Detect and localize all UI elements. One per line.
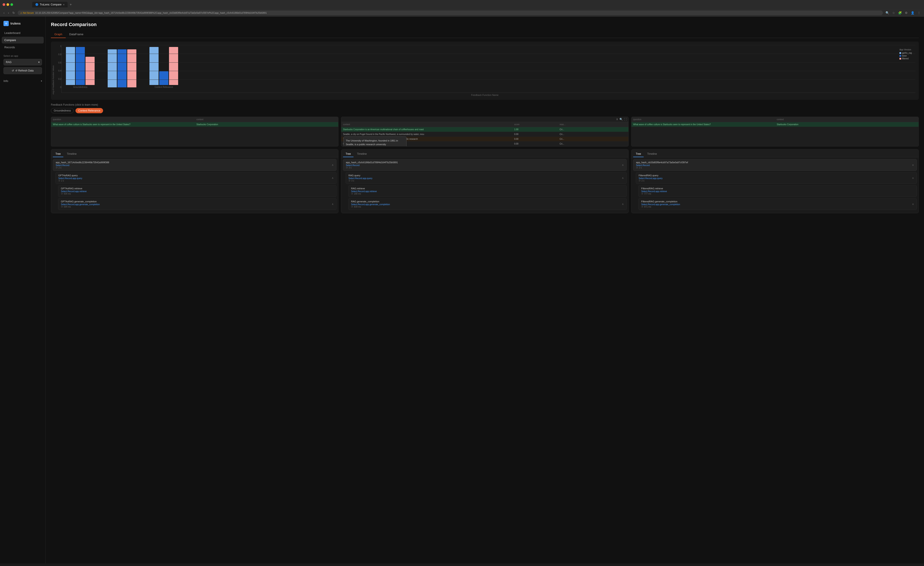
tab-dataframe[interactable]: DataFrame [66,31,87,38]
settings-icon[interactable]: ⚙ [904,10,909,15]
tree-content-2: app_hash_c5cfc6186b01d789f4d164f7b25b589… [341,157,628,213]
tree-panels: Tree Timeline app_hash_16714c6ed8c223644… [51,149,919,213]
td-score-1: 1.00 [513,127,558,132]
expand-icon[interactable]: ∧ [912,163,914,166]
tree-child-1-generate[interactable]: GPT4oRAG.generate_completion Select.Reco… [58,198,336,210]
chevron-down-icon: ▾ [41,80,42,82]
url-text: 10.10.225.250:62085/Compare?app_name=RAG… [35,12,267,14]
pill-context-relevance[interactable]: Context Relevance [75,108,103,113]
expand-icon[interactable]: ⛶ [624,118,627,121]
tree-tab-3-timeline[interactable]: Timeline [645,151,660,157]
td-reason-1: Cri... [558,127,628,132]
url-bar[interactable]: ⚠ Not Secure 10.10.225.250:62085/Compare… [18,10,883,15]
refresh-data-button[interactable]: ↺ ↺ Refresh Data [3,67,42,74]
close-button[interactable] [3,3,5,6]
profile-icon[interactable]: 👤 [910,10,915,15]
legend-item-base: base [899,55,912,57]
bar-filtered-groundedness [86,57,94,85]
sidebar-item-leaderboard[interactable]: Leaderboard [2,30,44,36]
tree-content-1: app_hash_16714c6ed8c2236449b73542a999f38… [51,157,338,213]
maximize-button[interactable] [10,3,13,6]
middle-table-header: context score reas... [341,122,628,127]
tree-tab-1-timeline[interactable]: Timeline [64,151,79,157]
info-toggle-button[interactable]: Info ▾ [0,78,45,84]
extensions-icon[interactable]: 🧩 [897,10,903,15]
tree-child-3-retrieve[interactable]: FilteredRAG.retrieve Select.Record.app.r… [638,185,917,197]
tree-child-2-retrieve[interactable]: RAG.retrieve Select.Record.app.retrieve … [348,185,627,197]
not-secure-label: Not Secure [23,12,34,14]
tree-tab-3-tree[interactable]: Tree [633,151,644,157]
app-select-dropdown[interactable]: RAG ▾ [3,59,42,66]
tree-tab-2-tree[interactable]: Tree [343,151,354,157]
tree-child-2-query[interactable]: RAG.query Select.Record.app.query ⏱ 3 s … [346,172,627,184]
minimize-button[interactable] [6,3,9,6]
tree-node-1-hash[interactable]: app_hash_16714c6ed8c2236449b73542a999f38… [53,159,336,171]
pill-groundedness[interactable]: Groundedness [51,108,74,113]
browser-chrome: 🔵 TruLens: Compare ✕ + ‹ › ↻ ⚠ Not Secur… [0,0,924,16]
expand-icon[interactable]: ∧ [622,163,624,166]
expand-icon[interactable]: ∧ [332,177,334,180]
left-question-table: question context What wave of coffee cul… [51,117,339,147]
active-tab[interactable]: 🔵 TruLens: Compare ✕ [32,2,68,7]
new-tab-button[interactable]: + [68,2,74,7]
chart-legend: App Version gpt4o_rag base filtered [899,48,912,60]
tree-tab-2-timeline[interactable]: Timeline [354,151,369,157]
tree-child-1-query[interactable]: GPT4oRAG.query Select.Record.app.query ⏱… [56,172,336,184]
tree-node-2-hash[interactable]: app_hash_c5cfc6186b01d789f4d164f7b25b589… [343,159,627,171]
sidebar-item-records[interactable]: Records [2,44,44,51]
td-question-right: What wave of coffee culture is Starbucks… [632,122,775,127]
td-score-3: 0.00 [513,137,558,141]
feedback-functions-title: Feedback Functions (click to learn more) [51,103,919,106]
tab-graph[interactable]: Graph [51,31,66,38]
context-tooltip: The University of Washington, founded in… [344,136,406,147]
table-row[interactable]: What wave of coffee culture is Starbucks… [632,122,918,127]
th-context: context [341,122,513,127]
warning-icon: ⚠ [20,12,22,14]
tree-child-2-generate[interactable]: RAG.generate_completion Select.Record.ap… [348,198,627,210]
th-context-right: context [775,117,918,122]
select-app-label: Select an app [3,55,42,57]
tree-child-3-generate[interactable]: FilteredRAG.generate_completion Select.R… [638,198,917,210]
search-icon[interactable]: 🔍 [620,118,623,121]
table-row-2[interactable]: Seattle, a city on Puget Sound in the Pa… [341,132,628,137]
bar-base-middle [117,49,127,87]
expand-icon[interactable]: ∧ [912,177,914,180]
expand-icon[interactable]: ∧ [332,202,334,206]
sidebar-logo: tl trulens [0,19,45,30]
tooltip-text: The University of Washington, founded in… [346,139,404,147]
tree-content-3: app_hash_cb33d83f9e4cb97a73a5e0a97cf397e… [632,157,918,213]
expand-icon[interactable]: ∧ [622,202,624,206]
expand-icon[interactable]: ∧ [622,177,624,180]
table-action-bar: ⬇ 🔍 ⛶ [341,117,628,122]
tree-tabs-1: Tree Timeline [51,149,338,157]
tab-label: TruLens: Compare [40,3,62,6]
back-button[interactable]: ‹ [3,10,6,15]
bar-group-context-relevance: Context Relevance [149,47,178,88]
th-question: question [51,117,195,122]
reload-button[interactable]: ↻ [12,10,16,15]
forward-button[interactable]: › [7,10,10,15]
tree-child-1-retrieve[interactable]: GPT4oRAG.retrieve Select.Record.app.retr… [58,185,336,197]
tree-node-3-hash[interactable]: app_hash_cb33d83f9e4cb97a73a5e0a97cf397e… [633,159,917,171]
middle-context-table: ⬇ 🔍 ⛶ context score reas... Starbucks Co… [341,117,628,147]
refresh-icon: ↺ [12,69,14,72]
bar-gpt4o-groundedness [66,47,75,85]
tree-child-3-query[interactable]: FilteredRAG.query Select.Record.app.quer… [636,172,917,184]
table-row[interactable]: What wave of coffee culture is Starbucks… [51,122,338,127]
expand-icon[interactable]: ∧ [912,202,914,206]
search-icon[interactable]: 🔍 [885,10,890,15]
info-label: Info [3,79,8,82]
tab-close-icon[interactable]: ✕ [63,3,64,6]
sidebar-item-compare[interactable]: Compare [2,37,44,43]
tree-tab-1-tree[interactable]: Tree [53,151,63,157]
table-row-1[interactable]: Starbucks Corporation is an American mul… [341,127,628,132]
expand-icon[interactable]: ∧ [332,163,334,166]
download-icon[interactable]: ⬇ [616,118,618,121]
bookmark-icon[interactable]: ☆ [891,10,896,15]
th-reason: reas... [558,122,628,127]
tree-panel-2: Tree Timeline app_hash_c5cfc6186b01d789f… [341,149,628,213]
td-score-4: 0.00 [513,142,558,146]
feedback-pills: Groundedness Context Relevance [51,108,919,113]
menu-icon[interactable]: ⋮ [916,10,921,15]
tree-panel-1: Tree Timeline app_hash_16714c6ed8c223644… [51,149,339,213]
